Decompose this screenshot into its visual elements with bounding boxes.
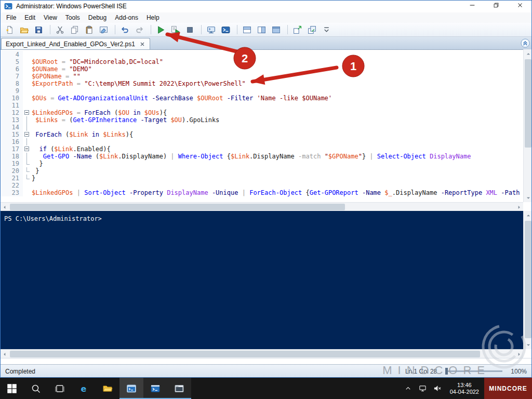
redo-button[interactable]	[133, 23, 146, 36]
editor-horizontal-scrollbar[interactable]	[0, 202, 523, 211]
open-script-button[interactable]	[18, 23, 31, 36]
line-number: 19	[0, 160, 23, 167]
script-editor-pane[interactable]: 45$OURoot = "DC=Mindcorelab,DC=local"6$O…	[0, 49, 523, 202]
fold-collapse-toggle[interactable]	[24, 147, 29, 151]
taskbar-start-button[interactable]	[0, 378, 24, 399]
code-text: $ExportPath = "C:\temp\MEM Summit 2022\E…	[31, 80, 246, 87]
code-line[interactable]: 16	[0, 138, 523, 145]
cut-button[interactable]	[54, 23, 66, 36]
menu-tools[interactable]: Tools	[61, 13, 84, 22]
editor-vertical-scrollbar[interactable]	[523, 49, 532, 202]
restore-button[interactable]	[484, 0, 508, 12]
code-line[interactable]: 22	[0, 182, 523, 189]
show-script-pane-right-button[interactable]	[255, 23, 268, 36]
zoom-slider[interactable]	[445, 370, 502, 372]
line-number: 5	[0, 58, 23, 65]
zoom-slider-thumb[interactable]	[445, 368, 448, 375]
collapse-pane-button[interactable]	[521, 38, 530, 48]
scroll-up-icon[interactable]	[524, 49, 532, 58]
code-line[interactable]: 6$OUName = "DEMO"	[0, 65, 523, 73]
console-scroll-up-icon[interactable]	[524, 211, 532, 220]
console-scroll-right-icon[interactable]	[514, 350, 523, 358]
taskbar-task-view-button[interactable]	[48, 378, 72, 399]
code-line[interactable]: 12$LinkedGPOs = ForEach ($OU in $OUs){	[0, 109, 523, 116]
scroll-down-icon[interactable]	[524, 193, 532, 202]
fold-collapse-toggle[interactable]	[24, 110, 29, 115]
restore-icon	[493, 2, 500, 11]
show-command-window-button[interactable]	[305, 23, 318, 36]
tab-close-icon[interactable]	[139, 41, 145, 47]
line-number: 18	[0, 153, 23, 160]
show-script-pane-maximized-icon	[272, 25, 281, 34]
console-vscroll-thumb[interactable]	[525, 221, 531, 338]
code-line[interactable]: 21}	[0, 175, 523, 182]
toolbar-overflow-button[interactable]	[320, 23, 333, 36]
code-line[interactable]: 13 $Links = (Get-GPInheritance -Target $…	[0, 116, 523, 124]
scroll-right-icon[interactable]	[514, 203, 523, 211]
console-pane[interactable]: PS C:\Users\Administrator>	[0, 211, 523, 349]
paste-button[interactable]	[83, 23, 96, 36]
code-text: $LinkedGPOs | Sort-Object -Property Disp…	[31, 189, 520, 196]
editor-vscroll-thumb[interactable]	[525, 59, 531, 148]
fold-collapse-toggle[interactable]	[24, 132, 29, 137]
taskbar-clock[interactable]: 13:46 04-04-2022	[445, 382, 484, 395]
run-script-button[interactable]	[154, 23, 167, 36]
volume-muted-tray-icon[interactable]	[430, 384, 445, 392]
taskbar-powershell-ise-button[interactable]	[119, 378, 143, 399]
clear-console-pane-button[interactable]	[97, 23, 110, 36]
toolbar-separator	[237, 25, 237, 34]
code-line[interactable]: 11	[0, 102, 523, 109]
show-script-pane-maximized-button[interactable]	[270, 23, 283, 36]
scroll-left-icon[interactable]	[0, 203, 9, 211]
code-line[interactable]: 23$LinkedGPOs | Sort-Object -Property Di…	[0, 189, 523, 196]
code-line[interactable]: 20 }	[0, 167, 523, 175]
code-line[interactable]: 10$OUs = Get-ADOrganizationalUnit -Searc…	[0, 95, 523, 102]
show-script-pane-top-button[interactable]	[241, 23, 254, 36]
close-button[interactable]	[508, 0, 532, 12]
code-line[interactable]: 5$OURoot = "DC=Mindcorelab,DC=local"	[0, 58, 523, 65]
taskbar-search-button[interactable]	[24, 378, 48, 399]
start-powershell-exe-button[interactable]	[219, 23, 232, 36]
new-remote-powershell-tab-button[interactable]	[205, 23, 218, 36]
line-number: 21	[0, 175, 23, 182]
code-line[interactable]: 14	[0, 124, 523, 131]
copy-button[interactable]	[68, 23, 81, 36]
run-selection-button[interactable]	[169, 23, 182, 36]
console-scroll-down-icon[interactable]	[524, 340, 532, 349]
taskbar-powershell-window-button[interactable]	[143, 378, 167, 399]
new-script-button[interactable]	[3, 23, 16, 36]
code-line[interactable]: 4	[0, 51, 523, 58]
save-button[interactable]	[32, 23, 45, 36]
code-line[interactable]: 18 Get-GPO -Name ($Link.DisplayName) | W…	[0, 153, 523, 160]
code-line[interactable]: 7$GPOName = ""	[0, 73, 523, 80]
hidden-icons-tray-icon[interactable]	[401, 384, 416, 392]
network-tray-icon[interactable]	[416, 384, 430, 392]
taskbar-file-explorer-button[interactable]	[96, 378, 119, 399]
menu-view[interactable]: View	[39, 13, 61, 22]
console-vertical-scrollbar[interactable]	[523, 211, 532, 349]
editor-hscroll-thumb[interactable]	[10, 204, 345, 210]
menu-add-ons[interactable]: Add-ons	[111, 13, 142, 22]
code-line[interactable]: 8$ExportPath = "C:\temp\MEM Summit 2022\…	[0, 80, 523, 87]
code-line[interactable]: 9	[0, 87, 523, 95]
menu-file[interactable]: File	[2, 13, 20, 22]
code-line[interactable]: 17 if ($Link.Enabled){	[0, 145, 523, 153]
line-number: 8	[0, 80, 23, 87]
console-scroll-left-icon[interactable]	[0, 350, 9, 358]
tab-script-file[interactable]: Export_Linked_And_Enabled_GPOs_Ver2.ps1	[1, 38, 150, 49]
console-horizontal-scrollbar[interactable]	[0, 349, 523, 358]
menu-help[interactable]: Help	[142, 13, 164, 22]
code-line[interactable]: 19 }	[0, 160, 523, 167]
console-hscroll-thumb[interactable]	[10, 351, 480, 357]
fold-guide-line	[26, 138, 27, 145]
line-number: 14	[0, 124, 23, 131]
menu-edit[interactable]: Edit	[20, 13, 39, 22]
code-line[interactable]: 15 ForEach ($Link in $Links){	[0, 131, 523, 138]
minimize-button[interactable]	[460, 0, 484, 12]
show-command-addon-button[interactable]	[291, 23, 304, 36]
stop-operation-button[interactable]	[183, 23, 196, 36]
taskbar-edge-button[interactable]: e	[72, 378, 96, 399]
undo-button[interactable]	[118, 23, 131, 36]
menu-debug[interactable]: Debug	[84, 13, 111, 22]
taskbar-app-window-button[interactable]	[167, 378, 191, 399]
